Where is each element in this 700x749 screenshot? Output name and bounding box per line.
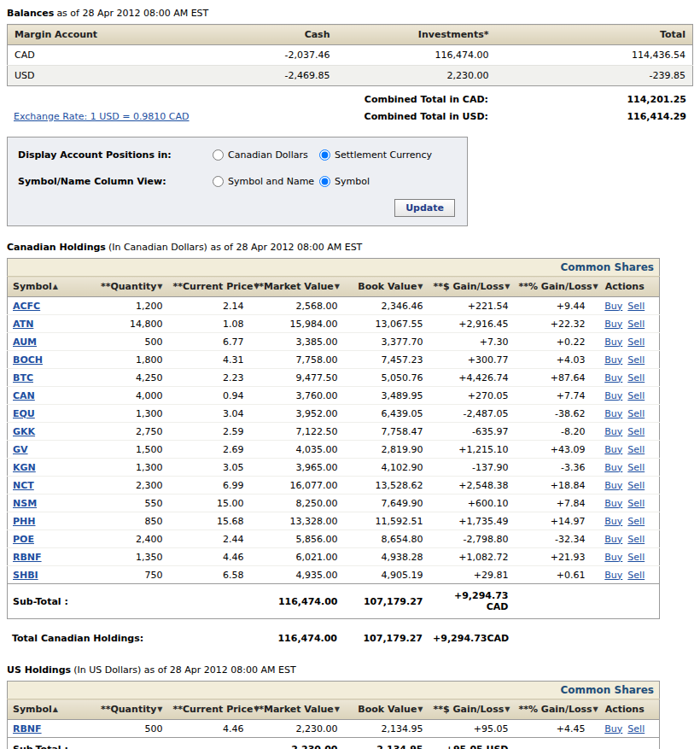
sell-link[interactable]: Sell (627, 516, 645, 527)
exchange-rate-link[interactable]: Exchange Rate: 1 USD = 0.9810 CAD (14, 111, 190, 122)
symbol-link[interactable]: RBNF (13, 552, 42, 563)
market-value-cell: 8,250.00 (249, 494, 343, 512)
buy-link[interactable]: Buy (604, 336, 622, 348)
radio-symbol[interactable]: Symbol (319, 176, 370, 187)
sell-link[interactable]: Sell (627, 570, 645, 581)
canadian-holdings-title-text: Canadian Holdings (7, 242, 106, 253)
symbol-link[interactable]: CAN (13, 390, 35, 401)
buy-link[interactable]: Buy (604, 301, 622, 312)
gain-loss-cell: +221.54 (429, 297, 514, 315)
column-header-book-value[interactable]: Book Value▼ (343, 699, 429, 720)
gain-loss-cell: +600.10 (429, 494, 514, 512)
total-market-value: 116,474.00 (248, 628, 342, 649)
symbol-link[interactable]: POE (13, 534, 34, 545)
column-header-book-value[interactable]: Book Value▼ (343, 277, 429, 297)
radio-input-settlement-currency[interactable] (319, 149, 330, 161)
symbol-cell: NSM (8, 494, 83, 512)
sell-link[interactable]: Sell (627, 462, 645, 473)
symbol-link[interactable]: GV (13, 444, 28, 455)
buy-link[interactable]: Buy (604, 390, 622, 401)
sell-link[interactable]: Sell (627, 390, 645, 401)
update-button[interactable]: Update (394, 199, 455, 217)
buy-link[interactable]: Buy (604, 444, 622, 455)
sell-link[interactable]: Sell (627, 534, 645, 545)
buy-link[interactable]: Buy (604, 480, 622, 491)
actions-cell: BuySell (591, 566, 660, 584)
symbol-cell: ATN (8, 315, 83, 333)
actions-cell: BuySell (591, 494, 660, 512)
column-header-gain-loss[interactable]: **% Gain/Loss▼ (514, 699, 591, 720)
gain-loss-cell: +95.05 (429, 720, 514, 738)
symbol-link[interactable]: NSM (13, 498, 37, 509)
symbol-link[interactable]: BTC (13, 372, 33, 383)
sort-desc-icon: ▼ (254, 283, 259, 290)
symbol-link[interactable]: RBNF (13, 723, 42, 734)
symbol-link[interactable]: NCT (13, 480, 34, 491)
buy-link[interactable]: Buy (604, 498, 622, 509)
sort-desc-icon: ▼ (417, 283, 423, 290)
column-header-quantity[interactable]: **Quantity▼ (83, 699, 168, 720)
radio-input-symbol[interactable] (319, 176, 330, 187)
buy-link[interactable]: Buy (604, 570, 622, 581)
column-header-symbol[interactable]: Symbol▲ (8, 277, 83, 297)
buy-link[interactable]: Buy (604, 319, 622, 330)
column-header-quantity[interactable]: **Quantity▼ (83, 277, 168, 297)
symbol-link[interactable]: ACFC (13, 301, 40, 312)
symbol-link[interactable]: SHBI (13, 570, 38, 581)
radio-label-symbol: Symbol (335, 176, 370, 187)
buy-link[interactable]: Buy (604, 552, 622, 563)
buy-link[interactable]: Buy (604, 426, 622, 437)
buy-link[interactable]: Buy (604, 723, 622, 734)
column-header-current-price[interactable]: **Current Price▼ (168, 277, 249, 297)
quantity-cell: 4,000 (83, 387, 168, 405)
book-value-cell: 13,528.62 (343, 477, 429, 494)
symbol-link[interactable]: GKK (13, 426, 35, 437)
sell-link[interactable]: Sell (627, 408, 645, 419)
column-header-gain-loss[interactable]: **$ Gain/Loss▼ (429, 277, 514, 297)
radio-canadian-dollars[interactable]: Canadian Dollars (213, 149, 319, 161)
buy-link[interactable]: Buy (604, 354, 622, 366)
sell-link[interactable]: Sell (627, 480, 645, 491)
column-header-gain-loss[interactable]: **$ Gain/Loss▼ (429, 699, 514, 720)
balance-row-usd: USD -2,469.85 2,230.00 -239.85 (8, 66, 693, 86)
radio-input-canadian-dollars[interactable] (213, 149, 224, 161)
buy-link[interactable]: Buy (604, 462, 622, 473)
symbol-link[interactable]: AUM (13, 336, 37, 348)
us-holdings-subtitle: (In US Dollars) as of 28 Apr 2012 08:00 … (73, 664, 296, 676)
sell-link[interactable]: Sell (627, 552, 645, 563)
symbol-link[interactable]: KGN (13, 462, 36, 473)
current-price-cell: 4.46 (168, 720, 249, 738)
holding-row: NCT2,3006.9916,077.0013,528.62+2,548.38+… (8, 477, 660, 494)
sell-link[interactable]: Sell (627, 372, 645, 383)
symbol-link[interactable]: PHH (13, 516, 35, 527)
radio-input-symbol-and-name[interactable] (213, 176, 224, 187)
symbol-link[interactable]: EQU (13, 408, 35, 419)
quantity-cell: 1,200 (83, 297, 168, 315)
symbol-link[interactable]: ATN (13, 319, 33, 330)
column-header-market-value[interactable]: **Market Value▼ (249, 277, 343, 297)
column-header-current-price[interactable]: **Current Price▼ (168, 699, 249, 720)
account-cell: CAD (8, 45, 247, 66)
symbol-link[interactable]: BOCH (13, 354, 43, 366)
buy-link[interactable]: Buy (604, 372, 622, 383)
sell-link[interactable]: Sell (627, 336, 645, 348)
sell-link[interactable]: Sell (627, 426, 645, 437)
account-cell: USD (8, 66, 247, 86)
buy-link[interactable]: Buy (604, 534, 622, 545)
sell-link[interactable]: Sell (627, 444, 645, 455)
gain-loss-cell: +1,215.10 (429, 441, 514, 459)
sell-link[interactable]: Sell (627, 723, 645, 734)
column-header-market-value[interactable]: **Market Value▼ (249, 699, 343, 720)
column-header-label: **Quantity (101, 704, 156, 715)
column-header-gain-loss[interactable]: **% Gain/Loss▼ (514, 277, 591, 297)
sell-link[interactable]: Sell (627, 301, 645, 312)
sort-desc-icon: ▼ (505, 283, 510, 290)
radio-symbol-and-name[interactable]: Symbol and Name (213, 176, 319, 187)
sell-link[interactable]: Sell (627, 498, 645, 509)
radio-settlement-currency[interactable]: Settlement Currency (319, 149, 432, 161)
sell-link[interactable]: Sell (627, 319, 645, 330)
buy-link[interactable]: Buy (604, 408, 622, 419)
buy-link[interactable]: Buy (604, 516, 622, 527)
sell-link[interactable]: Sell (627, 354, 645, 366)
column-header-symbol[interactable]: Symbol▲ (8, 699, 83, 720)
